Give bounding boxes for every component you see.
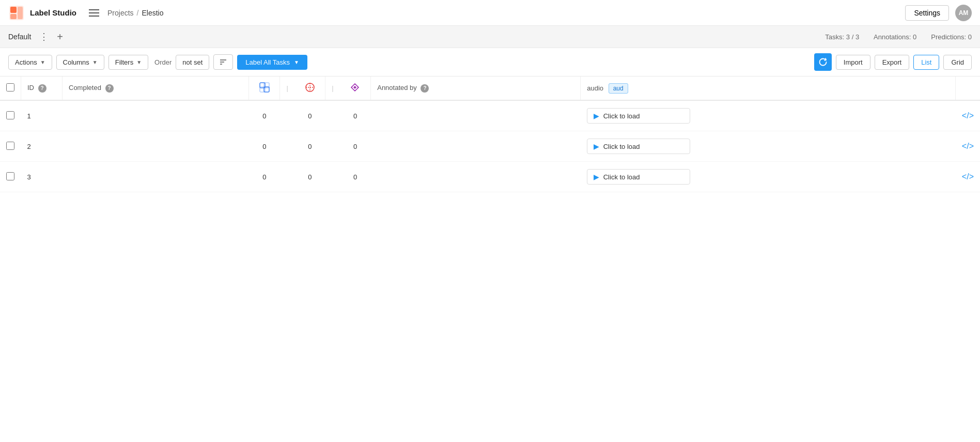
predictions-status: Predictions: 0	[931, 33, 972, 41]
row-1-div1	[280, 100, 294, 131]
row-3-completed	[63, 162, 249, 192]
actions-button[interactable]: Actions ▼	[8, 55, 52, 70]
row-3-code-cell: </>	[956, 162, 980, 192]
row-3-predictions: 0	[294, 162, 325, 192]
col-header-annotated-by: Annotated by ?	[371, 77, 581, 100]
row-3-audio-cell: ▶ Click to load	[581, 162, 956, 192]
order-sort-button[interactable]	[213, 54, 233, 70]
table-header-row: ID ? Completed ? |	[0, 77, 980, 100]
row-3-code-icon[interactable]: </>	[962, 172, 974, 181]
row-1-checkbox[interactable]	[6, 111, 14, 119]
row-2-relations: 0	[340, 131, 371, 162]
row-1-code-cell: </>	[956, 100, 980, 131]
actions-dropdown-arrow: ▼	[40, 59, 45, 65]
predictions-icon	[304, 82, 316, 93]
view-label[interactable]: Default	[8, 33, 31, 41]
annotations-icon	[259, 82, 270, 93]
col-header-relations	[340, 77, 371, 100]
col-id-label: ID	[27, 84, 34, 92]
row-1-predictions: 0	[294, 100, 325, 131]
table-row: 1 0 0 0 ▶ Click to load </>	[0, 100, 980, 131]
breadcrumb-current: Elestio	[142, 9, 163, 17]
refresh-button[interactable]	[814, 53, 832, 71]
row-2-click-to-load-label: Click to load	[603, 143, 640, 150]
app-name: Label Studio	[30, 8, 76, 17]
label-all-tasks-button[interactable]: Label All Tasks ▼	[237, 55, 307, 70]
col-header-annotations	[249, 77, 280, 100]
col-completed-help-icon[interactable]: ?	[105, 84, 114, 93]
row-3-relations: 0	[340, 162, 371, 192]
order-value-button[interactable]: not set	[176, 55, 209, 70]
tasks-status: Tasks: 3 / 3	[825, 33, 859, 41]
row-2-code-cell: </>	[956, 131, 980, 162]
action-bar: Actions ▼ Columns ▼ Filters ▼ Order not …	[0, 48, 980, 77]
row-2-play-icon: ▶	[594, 142, 599, 150]
annotations-status: Annotations: 0	[874, 33, 916, 41]
col-header-predictions	[294, 77, 325, 100]
svg-rect-2	[10, 14, 17, 19]
task-table: ID ? Completed ? |	[0, 77, 980, 192]
row-2-audio-cell: ▶ Click to load	[581, 131, 956, 162]
actions-label: Actions	[15, 58, 37, 66]
import-button[interactable]: Import	[836, 55, 870, 70]
sort-icon	[219, 58, 227, 66]
table-row: 2 0 0 0 ▶ Click to load </>	[0, 131, 980, 162]
add-view-button[interactable]: +	[57, 32, 63, 42]
col-divider-2: |	[325, 77, 340, 100]
label-all-tasks-label: Label All Tasks	[245, 58, 290, 66]
list-view-button[interactable]: List	[913, 55, 939, 70]
col-annotated-by-help-icon[interactable]: ?	[421, 84, 429, 93]
row-3-annotated-by	[371, 162, 581, 192]
row-1-id[interactable]: 1	[21, 100, 63, 131]
settings-button[interactable]: Settings	[905, 5, 949, 21]
top-nav: Label Studio Projects / Elestio Settings…	[0, 0, 980, 26]
svg-point-16	[354, 86, 356, 88]
col-annotated-by-label: Annotated by	[377, 84, 417, 92]
col-header-completed: Completed ?	[63, 77, 249, 100]
col-id-help-icon[interactable]: ?	[38, 84, 46, 93]
row-3-checkbox[interactable]	[6, 172, 14, 180]
row-1-audio-player[interactable]: ▶ Click to load	[587, 108, 690, 124]
row-2-annotations: 0	[249, 131, 280, 162]
filters-button[interactable]: Filters ▼	[108, 55, 148, 70]
label-all-tasks-arrow: ▼	[294, 59, 299, 65]
columns-button[interactable]: Columns ▼	[56, 55, 104, 70]
select-all-checkbox[interactable]	[6, 83, 14, 92]
row-2-completed	[63, 131, 249, 162]
order-value: not set	[182, 58, 203, 66]
row-3-checkbox-cell	[0, 162, 21, 192]
row-3-id[interactable]: 3	[21, 162, 63, 192]
filters-label: Filters	[115, 58, 133, 66]
hamburger-button[interactable]	[89, 9, 99, 17]
view-more-button[interactable]: ⋮	[37, 31, 51, 42]
audio-badge: aud	[609, 83, 628, 94]
refresh-icon	[818, 57, 828, 67]
row-1-div2	[325, 100, 340, 131]
row-1-play-icon: ▶	[594, 112, 599, 120]
row-1-completed	[63, 100, 249, 131]
svg-rect-3	[18, 7, 23, 19]
task-table-container: ID ? Completed ? |	[0, 77, 980, 192]
row-1-code-icon[interactable]: </>	[962, 111, 974, 120]
row-3-div2	[325, 162, 340, 192]
row-2-code-icon[interactable]: </>	[962, 142, 974, 150]
row-2-id[interactable]: 2	[21, 131, 63, 162]
row-2-audio-player[interactable]: ▶ Click to load	[587, 139, 690, 154]
grid-view-button[interactable]: Grid	[943, 55, 972, 70]
col-audio-label: audio	[587, 84, 603, 92]
row-2-predictions: 0	[294, 131, 325, 162]
col-header-audio: audio aud	[581, 77, 956, 100]
row-2-div1	[280, 131, 294, 162]
breadcrumb-projects[interactable]: Projects	[107, 9, 134, 17]
export-button[interactable]: Export	[875, 55, 910, 70]
col-divider-1: |	[280, 77, 294, 100]
avatar[interactable]: AM	[955, 5, 972, 21]
row-3-audio-player[interactable]: ▶ Click to load	[587, 169, 690, 185]
row-3-annotations: 0	[249, 162, 280, 192]
row-2-checkbox[interactable]	[6, 142, 14, 150]
row-1-relations: 0	[340, 100, 371, 131]
logo-icon	[8, 5, 25, 21]
select-all-cell	[0, 77, 21, 100]
toolbar-row: Default ⋮ + Tasks: 3 / 3 Annotations: 0 …	[0, 26, 980, 48]
nav-right: Settings AM	[905, 5, 972, 21]
